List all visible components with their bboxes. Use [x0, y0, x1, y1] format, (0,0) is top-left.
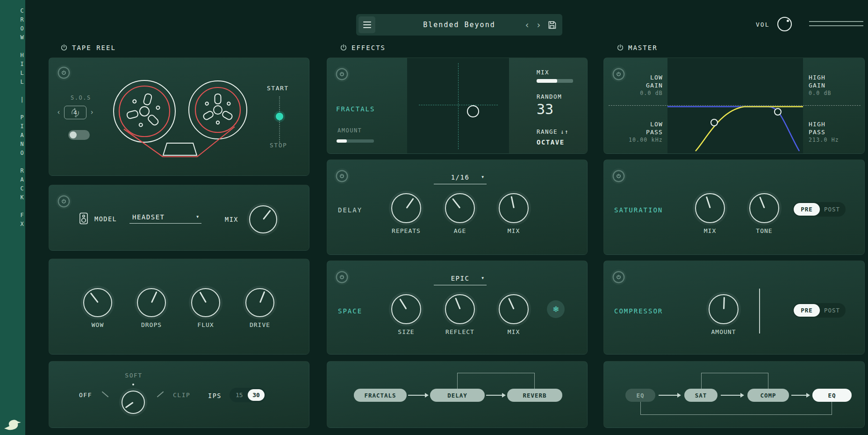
- gain-reduction-meter: [759, 289, 760, 334]
- tape-transport-panel: S.O.S ‹ 4 ›: [49, 58, 309, 176]
- wow-knob[interactable]: [83, 288, 112, 317]
- power-icon[interactable]: [60, 44, 68, 51]
- compressor-pre-option[interactable]: PRE: [794, 304, 820, 317]
- save-icon[interactable]: [547, 20, 557, 29]
- fractals-mix-slider[interactable]: [537, 79, 573, 83]
- mode-indicator-dot: [132, 384, 134, 385]
- drops-knob-group: DROPS: [128, 288, 175, 328]
- tape-head: [163, 143, 197, 155]
- master-header: MASTER: [617, 44, 658, 51]
- power-icon[interactable]: [617, 44, 624, 51]
- delay-sync-dropdown[interactable]: 1/16 ▼: [434, 170, 487, 184]
- model-label: MODEL: [94, 215, 117, 223]
- chain-delay-pill[interactable]: DELAY: [430, 389, 485, 402]
- soft-label[interactable]: SOFT: [115, 372, 152, 379]
- transport-slider-handle[interactable]: [276, 113, 283, 120]
- size-knob[interactable]: [391, 294, 421, 324]
- space-mix-knob[interactable]: [499, 294, 529, 324]
- drive-knob[interactable]: [245, 288, 274, 317]
- chain-reverb-pill[interactable]: REVERB: [507, 389, 562, 402]
- sidebar: CROW HILL | PIANO RACK FX: [0, 0, 25, 435]
- next-preset-button[interactable]: ›: [536, 21, 541, 29]
- caret-down-icon: ▼: [481, 174, 484, 179]
- chain-eq-post-pill[interactable]: EQ: [812, 389, 852, 402]
- range-arrows-icon[interactable]: ↓↑: [560, 128, 569, 135]
- space-preset-dropdown[interactable]: EPIC ▼: [434, 271, 487, 285]
- master-chain-panel: EQ SAT COMP EQ: [603, 361, 865, 428]
- model-power-button[interactable]: [59, 196, 69, 206]
- space-power-button[interactable]: [337, 272, 347, 282]
- preset-bar: Blended Beyond ‹ ›: [356, 14, 562, 36]
- delay-mix-knob-group: MIX: [490, 193, 537, 234]
- saturation-pre-option[interactable]: PRE: [794, 203, 820, 216]
- crow-logo-icon: [3, 417, 22, 431]
- speaker-icon: [79, 212, 88, 225]
- ips-option-15[interactable]: 15: [236, 392, 243, 399]
- high-pass-node[interactable]: [711, 119, 717, 126]
- fractals-mix-label: MIX: [537, 69, 549, 76]
- range-value[interactable]: OCTAVE: [537, 138, 565, 146]
- off-label[interactable]: OFF: [79, 392, 92, 399]
- snowflake-icon: ❄: [552, 304, 559, 314]
- tape-model-panel: MODEL HEADSET ▼ MIX: [49, 185, 309, 251]
- ips-option-30-selected[interactable]: 30: [248, 389, 265, 401]
- repeats-knob[interactable]: [391, 193, 421, 223]
- master-chain-upper-line: [701, 373, 768, 389]
- ips-toggle[interactable]: 15 30: [230, 388, 266, 402]
- caret-down-icon: ▼: [481, 276, 484, 280]
- delay-mix-knob[interactable]: [499, 193, 529, 223]
- delay-power-button[interactable]: [337, 171, 347, 181]
- tone-knob[interactable]: [749, 193, 779, 223]
- xy-pad-cursor[interactable]: [467, 105, 479, 117]
- tape-character-panel: WOW DROPS FLUX DRIVE: [49, 259, 309, 355]
- fractals-amount-label: AMOUNT: [337, 127, 362, 134]
- saturation-power-button[interactable]: [614, 171, 624, 181]
- delay-title: DELAY: [338, 206, 362, 214]
- size-knob-group: SIZE: [383, 294, 430, 335]
- chain-arrow-icon: [658, 392, 681, 398]
- eq-curves: [604, 58, 865, 154]
- random-value[interactable]: 33: [537, 101, 553, 117]
- clip-label[interactable]: CLIP: [173, 392, 190, 399]
- fractals-power-button[interactable]: [337, 69, 347, 79]
- low-pass-node[interactable]: [775, 109, 781, 115]
- freeze-button[interactable]: ❄: [547, 300, 565, 318]
- drops-knob[interactable]: [137, 288, 166, 317]
- tape-reels-graphic[interactable]: [49, 58, 309, 176]
- compressor-power-button[interactable]: [614, 272, 624, 282]
- chain-eq-pre-pill[interactable]: EQ: [625, 389, 655, 402]
- fractals-title: FRACTALS: [336, 105, 375, 113]
- prev-preset-button[interactable]: ‹: [524, 21, 530, 29]
- chain-arrow-icon: [408, 392, 429, 398]
- chain-fractals-pill[interactable]: FRACTALS: [354, 389, 407, 402]
- volume-knob[interactable]: [777, 17, 792, 31]
- reflect-knob[interactable]: [445, 294, 475, 324]
- clip-mode-knob[interactable]: [122, 391, 145, 414]
- effects-header: EFFECTS: [340, 44, 386, 51]
- compressor-post-option[interactable]: POST: [824, 307, 840, 314]
- chain-sat-pill[interactable]: SAT: [684, 389, 717, 402]
- ips-label: IPS: [208, 392, 222, 399]
- tape-mix-knob[interactable]: [249, 205, 277, 233]
- flux-knob[interactable]: [191, 288, 220, 317]
- model-dropdown[interactable]: HEADSET ▼: [129, 210, 201, 224]
- saturation-post-option[interactable]: POST: [824, 206, 840, 213]
- space-mix-knob-group: MIX: [490, 294, 537, 335]
- effects-chain-panel: FRACTALS DELAY REVERB: [327, 361, 588, 428]
- saturation-prepost-toggle[interactable]: PRE POST: [793, 202, 846, 217]
- eq-panel: LOW GAIN 0.0 dB HIGH GAIN 0.0 dB LOW PAS…: [603, 58, 865, 154]
- compressor-panel: COMPRESSOR AMOUNT PRE POST: [603, 261, 865, 355]
- saturation-mix-knob[interactable]: [695, 193, 725, 223]
- compressor-prepost-toggle[interactable]: PRE POST: [793, 303, 846, 318]
- tape-reel-header: TAPE REEL: [60, 44, 116, 51]
- age-knob[interactable]: [445, 193, 475, 223]
- drive-knob-group: DRIVE: [237, 288, 283, 328]
- space-title: SPACE: [338, 307, 362, 315]
- chain-comp-pill[interactable]: COMP: [747, 389, 789, 402]
- amount-knob-group: AMOUNT: [700, 294, 747, 335]
- fractals-amount-slider[interactable]: [337, 139, 374, 143]
- amount-knob[interactable]: [709, 294, 739, 324]
- plugin-window: CROW HILL | PIANO RACK FX Blended Beyond…: [0, 0, 868, 435]
- power-icon[interactable]: [340, 44, 347, 51]
- wow-knob-group: WOW: [74, 288, 121, 328]
